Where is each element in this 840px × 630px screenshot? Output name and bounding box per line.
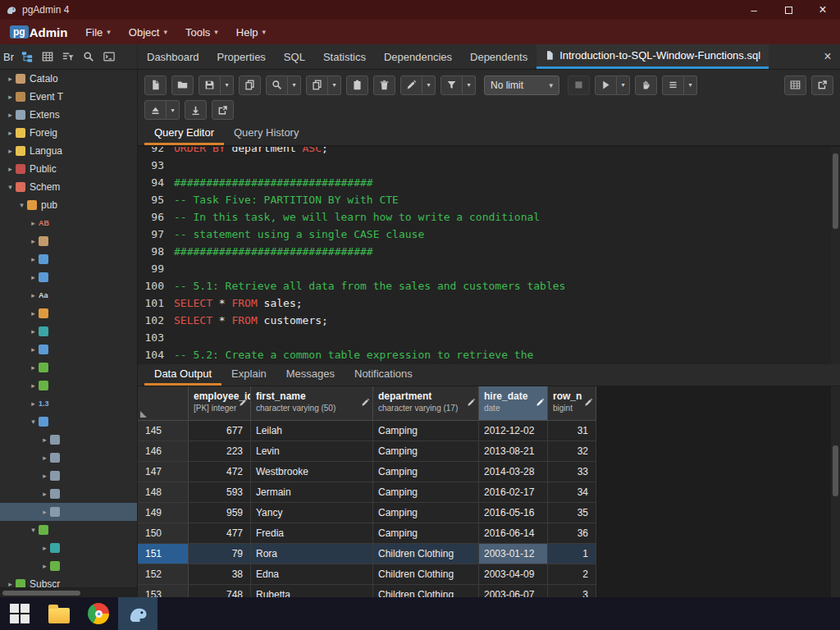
tab-properties[interactable]: Properties	[208, 44, 275, 69]
pgadmin-taskbar-button[interactable]	[118, 597, 158, 630]
row-number[interactable]: 148	[138, 482, 189, 503]
cell[interactable]: 2013-08-21	[479, 441, 548, 462]
tree-item[interactable]: ▸1.3	[0, 395, 137, 413]
row-number[interactable]: 146	[138, 441, 189, 462]
minimize-button[interactable]: –	[737, 0, 771, 20]
edit-pencil-icon[interactable]	[536, 398, 545, 407]
chevron-right-icon[interactable]: ▸	[28, 273, 39, 281]
chevron-right-icon[interactable]: ▸	[39, 490, 50, 498]
tree-item[interactable]: ▾	[0, 413, 137, 431]
column-header-row-n[interactable]: row_nbigint	[548, 386, 596, 421]
edit-pencil-icon[interactable]	[584, 398, 593, 407]
tab-query-editor[interactable]: Query Editor	[144, 122, 224, 145]
column-header-department[interactable]: departmentcharacter varying (17)	[373, 386, 479, 421]
cell[interactable]: 36	[548, 523, 596, 544]
execute-button[interactable]	[595, 75, 617, 95]
tree-item[interactable]: ▸	[0, 322, 137, 340]
copy-rows-button[interactable]	[306, 75, 328, 95]
edit-button[interactable]	[400, 75, 422, 95]
row-number[interactable]: 147	[138, 462, 189, 482]
browser-filter-button[interactable]	[59, 48, 77, 66]
cell[interactable]: 1	[548, 544, 596, 564]
cell[interactable]: 2014-03-28	[479, 462, 548, 482]
editor-line[interactable]: 99	[138, 260, 840, 277]
chevron-right-icon[interactable]: ▸	[39, 472, 50, 480]
editor-line[interactable]: 94###############################	[138, 174, 840, 191]
column-header-first-name[interactable]: first_namecharacter varying (50)	[251, 386, 373, 421]
cell[interactable]: Jermain	[251, 482, 373, 503]
cell[interactable]: Camping	[373, 503, 479, 523]
tab-explain[interactable]: Explain	[221, 364, 276, 386]
cell[interactable]: Children Clothing	[373, 585, 479, 597]
cell[interactable]: 2003-01-12	[479, 544, 548, 564]
row-number[interactable]: 149	[138, 503, 189, 523]
editor-line[interactable]: 102SELECT * FROM customers;	[138, 312, 840, 329]
editor-scrollbar[interactable]	[831, 147, 840, 364]
tree-item[interactable]: ▸	[0, 485, 137, 503]
row-number[interactable]: 145	[138, 421, 189, 441]
tree-item[interactable]: ▸	[0, 340, 137, 358]
edit-pencil-icon[interactable]	[239, 398, 248, 407]
tree-item-langua[interactable]: ▸Langua	[0, 142, 137, 160]
cell[interactable]: 959	[189, 503, 251, 523]
macro-button-1[interactable]	[784, 75, 806, 95]
row-number[interactable]: 151	[138, 544, 189, 564]
menu-file[interactable]: File▾	[85, 26, 110, 39]
sql-editor[interactable]: 92ORDER BY department ASC;9394##########…	[138, 146, 840, 364]
tree-item[interactable]: ▸	[0, 503, 137, 521]
copy-options-button[interactable]: ▾	[328, 75, 341, 95]
cell[interactable]: Edna	[251, 564, 373, 585]
cell[interactable]: 472	[189, 462, 251, 482]
row-limit-select[interactable]: No limit▾	[484, 75, 559, 95]
tab-dependents[interactable]: Dependents	[461, 44, 536, 69]
cell[interactable]: Levin	[251, 441, 373, 462]
cell[interactable]: Rubetta	[251, 585, 373, 597]
menu-help[interactable]: Help▾	[236, 26, 266, 39]
cell[interactable]: Yancy	[251, 503, 373, 523]
chevron-right-icon[interactable]: ▸	[5, 580, 16, 587]
tree-item-pub[interactable]: ▾pub	[0, 196, 137, 214]
tree-item[interactable]: ▸	[0, 449, 137, 467]
download-results-button[interactable]	[185, 100, 207, 120]
find-options-button[interactable]: ▾	[288, 75, 301, 95]
cell[interactable]: 2012-12-02	[479, 421, 548, 441]
chevron-right-icon[interactable]: ▸	[5, 75, 16, 83]
scrollbar-thumb[interactable]	[833, 445, 838, 496]
chevron-right-icon[interactable]: ▸	[5, 165, 16, 173]
chevron-right-icon[interactable]: ▸	[28, 363, 39, 372]
tree-item[interactable]: ▸	[0, 232, 137, 250]
list-button[interactable]	[662, 75, 684, 95]
chevron-right-icon[interactable]: ▸	[28, 237, 39, 245]
tree-item-extens[interactable]: ▸Extens	[0, 106, 137, 124]
find-button[interactable]	[266, 75, 288, 95]
editor-line[interactable]: 93	[138, 157, 840, 174]
cell[interactable]: 35	[548, 503, 596, 523]
chevron-right-icon[interactable]: ▸	[39, 544, 50, 552]
cell[interactable]: 34	[548, 482, 596, 503]
cell[interactable]: 593	[189, 482, 251, 503]
tree-item[interactable]: ▸Aa	[0, 286, 137, 304]
object-explorer-button[interactable]	[18, 48, 36, 66]
tree-item[interactable]: ▸	[0, 377, 137, 395]
tree-item-subscr[interactable]: ▸Subscr	[0, 575, 137, 587]
chevron-right-icon[interactable]: ▸	[28, 219, 39, 227]
cell[interactable]: 3	[548, 585, 596, 597]
tab-data-output[interactable]: Data Output	[144, 364, 221, 386]
tree-item[interactable]: ▸	[0, 250, 137, 268]
save-options-button[interactable]: ▾	[221, 75, 234, 95]
cell[interactable]: 31	[548, 421, 596, 441]
browser-console-button[interactable]	[100, 48, 118, 66]
cell[interactable]: Children Clothing	[373, 564, 479, 585]
edit-pencil-icon[interactable]	[467, 398, 476, 407]
tree-item[interactable]: ▸	[0, 358, 137, 377]
tree-item-public[interactable]: ▸Public	[0, 160, 137, 178]
tab-notifications[interactable]: Notifications	[345, 364, 422, 386]
list-options-button[interactable]: ▾	[684, 75, 697, 95]
cell[interactable]: Rora	[251, 544, 373, 564]
chevron-right-icon[interactable]: ▸	[28, 327, 39, 336]
tab-query-history[interactable]: Query History	[224, 122, 308, 145]
cell[interactable]: Camping	[373, 523, 479, 544]
editor-line[interactable]: 101SELECT * FROM sales;	[138, 294, 840, 312]
tree-item[interactable]: ▾	[0, 521, 137, 539]
chevron-right-icon[interactable]: ▸	[39, 508, 50, 516]
